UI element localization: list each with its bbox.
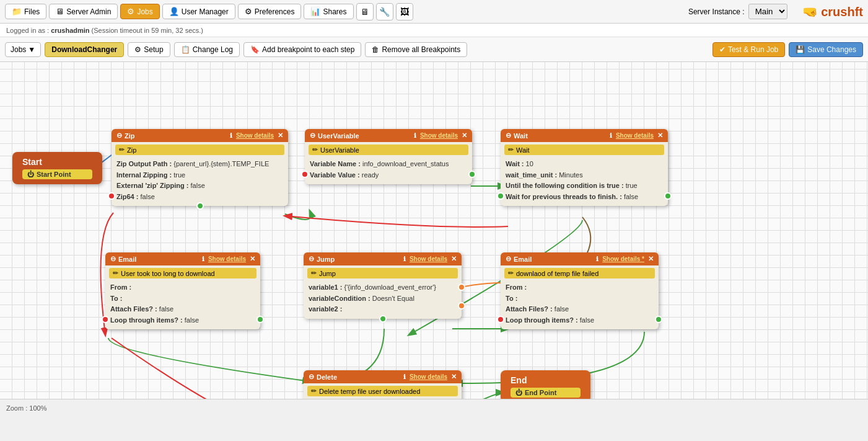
- save-icon: 💾: [796, 45, 805, 54]
- pencil-icon-uv: ✏: [312, 146, 318, 154]
- image-icon-btn[interactable]: 🖼: [396, 3, 413, 20]
- remove-breakpoints-button[interactable]: 🗑 Remove all Breakpoints: [365, 42, 467, 57]
- jump-node[interactable]: ⊖ Jump ℹ Show details ✕ ✏ Jump variable1…: [304, 252, 462, 319]
- uservariable-node[interactable]: ⊖ UserVariable ℹ Show details ✕ ✏ UserVa…: [305, 129, 472, 184]
- email1-node-header: ⊖ Email ℹ Show details ✕: [105, 252, 260, 265]
- email1-show-details[interactable]: Show details: [208, 256, 246, 262]
- nav-shares[interactable]: 📊 Shares: [304, 4, 353, 19]
- email1-node[interactable]: ⊖ Email ℹ Show details ✕ ✏ User took too…: [105, 252, 260, 329]
- zip-info-icon[interactable]: ℹ: [230, 132, 232, 139]
- top-navbar: 📁 Files 🖥 Server Admin ⚙ Jobs 👤 User Man…: [0, 0, 868, 24]
- changelog-button[interactable]: 📋 Change Log: [174, 42, 240, 57]
- jump-title: Jump: [317, 256, 335, 263]
- end-node[interactable]: End ⏻ End Point: [501, 370, 590, 403]
- breakpoint-icon: 🔖: [250, 45, 260, 54]
- email2-show-details[interactable]: Show details *: [602, 256, 644, 262]
- zip-body: Zip Output Path : {parent_url}.{stem}.TE…: [112, 158, 288, 206]
- zip-bottom-dot[interactable]: [196, 202, 204, 210]
- power-icon-end: ⏻: [515, 389, 522, 396]
- email2-right-dot[interactable]: [655, 316, 662, 323]
- uv-task-bar[interactable]: ✏ UserVariable: [309, 145, 468, 155]
- minus-icon-del[interactable]: ⊖: [309, 373, 314, 381]
- zip-show-details[interactable]: Show details: [236, 132, 274, 139]
- server-instance-selector: Server Instance : Main: [688, 4, 787, 19]
- wait-info-icon[interactable]: ℹ: [610, 132, 612, 139]
- login-bar: Logged in as : crushadmin (Session timeo…: [0, 24, 868, 37]
- pencil-icon-em2: ✏: [508, 269, 514, 277]
- user-icon: 👤: [169, 7, 179, 16]
- wait-show-details[interactable]: Show details: [616, 132, 654, 139]
- logged-in-user: crushadmin: [51, 27, 89, 34]
- email1-right-dot[interactable]: [256, 316, 264, 323]
- zip-task-bar[interactable]: ✏ Zip: [115, 145, 284, 155]
- jump-right-dot2[interactable]: [458, 302, 465, 310]
- wait-node-header: ⊖ Wait ℹ Show details ✕: [501, 129, 668, 142]
- jobs-icon: ⚙: [127, 7, 134, 16]
- jump-right-dot1[interactable]: [458, 283, 465, 291]
- minus-icon-em1[interactable]: ⊖: [110, 255, 116, 263]
- minus-icon-em2[interactable]: ⊖: [506, 255, 511, 263]
- minus-icon-uv[interactable]: ⊖: [310, 131, 315, 140]
- wait-close-btn[interactable]: ✕: [657, 131, 663, 140]
- workflow-arrows: [0, 62, 868, 416]
- jobs-dropdown[interactable]: Jobs ▼: [5, 42, 41, 57]
- minus-icon-wait[interactable]: ⊖: [506, 131, 511, 140]
- wait-node[interactable]: ⊖ Wait ℹ Show details ✕ ✏ Wait Wait : 10…: [501, 129, 668, 206]
- delete-node-header: ⊖ Delete ℹ Show details ✕: [304, 370, 462, 383]
- email1-task-bar[interactable]: ✏ User took too long to download: [109, 268, 256, 278]
- nav-user-manager[interactable]: 👤 User Manager: [162, 4, 235, 19]
- email1-body: From : To : Attach Files? : false Loop t…: [105, 281, 260, 329]
- email2-info-icon[interactable]: ℹ: [596, 256, 598, 262]
- start-node[interactable]: Start ⏻ Start Point: [12, 152, 102, 184]
- workflow-canvas[interactable]: Start ⏻ Start Point ⊖ Zip ℹ Show details…: [0, 62, 868, 416]
- email2-title: Email: [514, 256, 532, 263]
- server-select-dropdown[interactable]: Main: [748, 4, 787, 19]
- check-icon: ✔: [719, 45, 726, 54]
- minus-icon-jump[interactable]: ⊖: [309, 255, 314, 263]
- zip-node[interactable]: ⊖ Zip ℹ Show details ✕ ✏ Zip Zip Output …: [112, 129, 288, 206]
- setup-button[interactable]: ⚙ Setup: [128, 42, 170, 57]
- monitor-icon-btn[interactable]: 🖥: [356, 3, 374, 20]
- uv-right-dot[interactable]: [468, 171, 476, 178]
- delete-close-btn[interactable]: ✕: [451, 373, 457, 381]
- email2-node[interactable]: ⊖ Email ℹ Show details * ✕ ✏ downlaod of…: [501, 252, 659, 329]
- zip-node-header: ⊖ Zip ℹ Show details ✕: [112, 129, 288, 142]
- nav-files[interactable]: 📁 Files: [5, 4, 46, 19]
- save-changes-button[interactable]: 💾 Save Changes: [789, 42, 863, 57]
- jump-show-details[interactable]: Show details: [410, 256, 447, 262]
- uv-show-details[interactable]: Show details: [420, 132, 458, 139]
- delete-task-bar[interactable]: ✏ Delete temp file user downloaded: [307, 386, 458, 396]
- test-run-button[interactable]: ✔ Test & Run Job: [712, 42, 785, 57]
- minus-icon[interactable]: ⊖: [116, 131, 122, 140]
- pencil-icon-wait: ✏: [508, 146, 514, 154]
- jump-bottom-dot[interactable]: [379, 315, 387, 323]
- add-breakpoint-button[interactable]: 🔖 Add breakpoint to each step: [243, 42, 361, 57]
- tool-icon-btn[interactable]: 🔧: [376, 3, 393, 20]
- delete-info-icon[interactable]: ℹ: [403, 373, 406, 380]
- wait-right-dot[interactable]: [664, 192, 672, 200]
- jump-info-icon[interactable]: ℹ: [403, 256, 406, 262]
- uv-close-btn[interactable]: ✕: [462, 131, 467, 140]
- nav-jobs[interactable]: ⚙ Jobs: [120, 4, 159, 19]
- email2-close-btn[interactable]: ✕: [648, 255, 654, 263]
- wait-task-bar[interactable]: ✏ Wait: [504, 145, 664, 155]
- job-name-button[interactable]: DownloadChanger: [45, 42, 124, 57]
- start-point[interactable]: ⏻ Start Point: [22, 169, 92, 179]
- pref-icon: ⚙: [245, 7, 252, 16]
- jump-close-btn[interactable]: ✕: [451, 255, 457, 263]
- wait-title: Wait: [514, 132, 528, 140]
- pencil-icon: ✏: [119, 146, 125, 154]
- nav-preferences[interactable]: ⚙ Preferences: [238, 4, 302, 19]
- email1-close-btn[interactable]: ✕: [250, 255, 255, 263]
- trash-icon: 🗑: [372, 45, 379, 54]
- nav-server-admin[interactable]: 🖥 Server Admin: [49, 4, 118, 19]
- email2-task-bar[interactable]: ✏ downlaod of temp file failed: [504, 268, 655, 278]
- email1-info-icon[interactable]: ℹ: [202, 256, 204, 262]
- end-point[interactable]: ⏻ End Point: [511, 388, 581, 398]
- shares-icon: 📊: [310, 7, 320, 16]
- delete-show-details[interactable]: Show details: [410, 373, 447, 380]
- uv-info-icon[interactable]: ℹ: [414, 132, 416, 139]
- files-icon: 📁: [12, 7, 22, 16]
- jump-task-bar[interactable]: ✏ Jump: [307, 268, 458, 278]
- zip-close-btn[interactable]: ✕: [278, 131, 283, 140]
